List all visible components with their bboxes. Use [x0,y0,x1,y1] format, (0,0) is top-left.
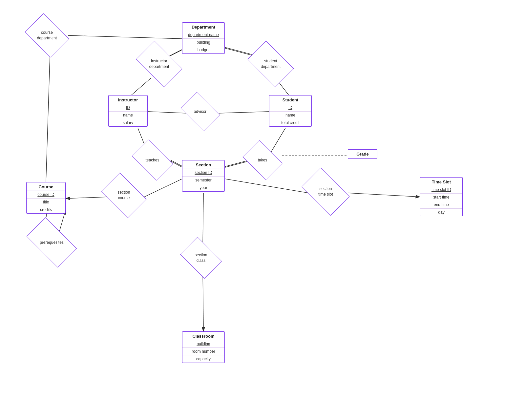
diamond-course-department: coursedepartment [29,22,65,49]
entity-student-attr-name: name [269,112,311,119]
diamond-student-department-label: studentdepartment [261,58,281,70]
diamond-section-course: sectioncourse [105,182,143,208]
diamond-student-department: studentdepartment [251,51,290,77]
entity-timeslot: Time Slot time slot ID start time end ti… [420,177,463,216]
entity-instructor: Instructor ID name salary [108,95,148,127]
entity-timeslot-attr-end: end time [420,201,462,209]
entity-instructor-attr-salary: salary [109,119,147,126]
svg-line-8 [148,112,186,113]
diamond-prereqs: prerequesites [30,229,74,256]
svg-line-0 [68,35,182,39]
entity-department: Department department name building budg… [182,22,225,54]
svg-line-18 [66,197,108,199]
entity-course-attr-credits: credits [27,206,65,213]
entity-section-title: Section [182,160,224,169]
diamond-advisor-label: advisor [194,109,207,115]
entity-section-attr-id: section ID [182,169,224,177]
diamond-section-class: sectionclass [184,245,218,270]
entity-instructor-attr-id: ID [109,104,147,112]
diamond-instructor-department-label: instructordepartment [149,58,169,70]
svg-line-19 [203,193,203,246]
diamond-section-timeslot: sectiontime slot [305,178,346,205]
diamond-section-class-label: sectionclass [195,252,207,263]
entity-department-title: Department [182,23,224,31]
entity-student: Student ID name total credit [269,95,312,127]
entity-section: Section section ID semester year [182,160,225,192]
diamond-prereqs-label: prerequesites [40,240,64,245]
entity-section-attr-year: year [182,184,224,191]
entity-timeslot-title: Time Slot [420,178,462,186]
entity-student-title: Student [269,95,311,104]
er-diagram: Department department name building budg… [0,0,525,420]
entity-department-attr-budget: budget [182,46,224,53]
svg-line-22 [348,193,420,197]
svg-line-17 [144,179,182,197]
entity-student-attr-credit: total credit [269,119,311,126]
entity-classroom: Classroom building room number capacity [182,331,225,363]
svg-line-15 [224,160,249,167]
entity-department-attr-name: department name [182,31,224,39]
svg-line-9 [219,112,269,113]
entity-instructor-title: Instructor [109,95,147,104]
diamond-advisor: advisor [184,100,217,123]
svg-line-20 [203,269,203,331]
diamond-instructor-department: instructordepartment [139,51,179,77]
entity-course-attr-id: course ID [27,191,65,199]
diamond-teaches-label: teaches [145,158,159,163]
entity-timeslot-attr-start: start time [420,194,462,201]
svg-line-6 [131,78,151,95]
svg-line-21 [225,179,308,193]
entity-classroom-attr-room: room number [182,348,224,355]
entity-instructor-attr-name: name [109,112,147,119]
entity-course-title: Course [27,182,65,191]
entity-timeslot-attr-id: time slot ID [420,186,462,194]
diamond-teaches: teaches [135,148,170,172]
entity-grade: Grade [348,149,377,159]
entity-timeslot-attr-day: day [420,209,462,216]
entity-course-attr-title: title [27,199,65,206]
entity-department-attr-building: building [182,39,224,46]
diamond-takes: takes [246,148,279,172]
diamond-section-course-label: sectioncourse [117,190,130,201]
entity-classroom-attr-capacity: capacity [182,355,224,363]
entity-grade-title: Grade [348,152,377,157]
diamond-course-department-label: coursedepartment [37,30,57,41]
svg-line-1 [46,49,50,182]
entity-section-attr-semester: semester [182,177,224,184]
entity-classroom-attr-building: building [182,340,224,348]
entity-student-attr-id: ID [269,104,311,112]
diamond-section-timeslot-label: sectiontime slot [318,186,333,197]
entity-classroom-title: Classroom [182,332,224,340]
entity-course: Course course ID title credits [26,182,66,214]
diamond-takes-label: takes [258,158,267,163]
